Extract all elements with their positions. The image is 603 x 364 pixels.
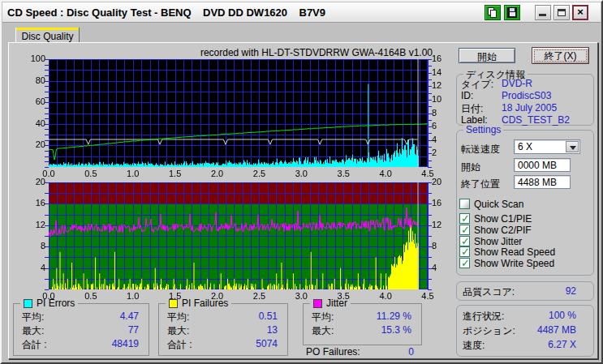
bottom-chart-y-left-label: 20 <box>19 177 45 187</box>
tab-accent-bar <box>16 28 79 30</box>
stop-button[interactable]: 終了(X) <box>532 47 589 64</box>
max-label: 最大: <box>167 324 189 338</box>
po-failures-value: 0 <box>408 346 414 358</box>
tab-label: Disc Quality <box>16 31 79 42</box>
bottom-chart-x-label: 1.0 <box>123 291 143 302</box>
app-window: CD Speed : Disc Quality Test - BENQ DVD … <box>0 0 603 364</box>
max-value: 77 <box>128 324 139 336</box>
top-chart-x-label: 1.5 <box>166 169 185 179</box>
bottom-chart-y-right-label: 16 <box>432 198 451 208</box>
quality-score-label: 品質スコア: <box>463 285 515 299</box>
bottom-chart-y-left-label: 8 <box>19 241 45 251</box>
transfer-speed-label: 転送速度 <box>461 143 500 156</box>
transfer-speed-select[interactable]: 6 X <box>514 139 580 154</box>
total-value: 5074 <box>256 338 278 349</box>
start-button[interactable]: 開始 <box>459 48 515 63</box>
minimize-icon <box>539 14 546 16</box>
checkbox-box: ✓ <box>459 258 470 268</box>
avg-value: 4.47 <box>120 310 139 322</box>
bottom-chart-x-label: 0.0 <box>39 291 58 302</box>
pi-failures-panel: PI Failures 平均:0.51 最大:13 合計 :5074 <box>158 303 288 356</box>
save-icon[interactable] <box>504 5 520 20</box>
avg-value: 0.51 <box>259 310 278 322</box>
top-chart-y-left-label: 60 <box>19 96 45 107</box>
pi-errors-chart-canvas <box>44 54 433 172</box>
disc-type-value: DVD-R <box>502 78 532 89</box>
total-label: 合計 : <box>22 338 47 352</box>
top-chart-y-right-label: 8 <box>432 108 451 118</box>
end-pos-input[interactable]: 4488 MB <box>514 175 571 189</box>
speed-value: 6.27 X <box>548 339 576 350</box>
total-label: 合計 : <box>167 338 192 352</box>
start-pos-label: 開始 <box>461 161 480 174</box>
max-label: 最大: <box>312 324 334 338</box>
position-label: ポジション: <box>463 324 515 338</box>
top-chart-x-label: 1.0 <box>123 169 143 179</box>
top-chart-x-label: 2.0 <box>208 169 227 179</box>
maximize-button[interactable] <box>553 5 570 20</box>
top-chart-y-right-label: 2 <box>432 148 451 158</box>
avg-label: 平均: <box>312 310 334 324</box>
bottom-chart-y-right-label: 20 <box>432 177 451 187</box>
bottom-chart-x-label: 2.5 <box>249 291 269 302</box>
bottom-chart-y-left-label: 16 <box>19 198 45 208</box>
bottom-chart-x-label: 2.0 <box>208 291 227 302</box>
bottom-chart-x-label: 4.0 <box>376 291 395 302</box>
progress-label: 進行状況: <box>463 310 504 323</box>
page-front-icon <box>490 10 497 18</box>
bottom-chart-x-label: 3.5 <box>334 291 353 302</box>
bottom-chart-y-right-label: 12 <box>432 220 451 230</box>
top-chart-y-right-label: 6 <box>432 121 451 131</box>
tab-disc-quality[interactable]: Disc Quality <box>15 28 80 43</box>
max-value: 13 <box>267 324 278 336</box>
pi-errors-panel: PI Errors 平均:4.47 最大:77 合計 :48419 <box>13 303 149 356</box>
top-chart-y-right-label: 4 <box>432 135 451 145</box>
po-failures-label: PO Failures: <box>306 346 360 358</box>
bottom-chart-y-right-label: 8 <box>432 241 451 251</box>
bottom-chart-x-label: 0.5 <box>81 291 101 302</box>
copy-icon[interactable] <box>485 5 501 20</box>
start-pos-input[interactable]: 0000 MB <box>514 158 571 172</box>
transfer-speed-value: 6 X <box>518 141 532 152</box>
progress-value: 100 % <box>549 310 576 321</box>
position-value: 4487 MB <box>537 324 576 336</box>
end-pos-label: 終了位置 <box>461 178 500 191</box>
max-value: 15.3 % <box>381 324 411 336</box>
quality-score-value: 92 <box>566 285 576 297</box>
window-title: CD Speed : Disc Quality Test - BENQ DVD … <box>7 6 325 19</box>
floppy-icon <box>507 7 517 18</box>
bottom-chart-x-label: 3.0 <box>291 291 311 302</box>
top-chart-x-label: 3.0 <box>291 169 311 179</box>
pi-errors-swatch-icon <box>24 299 32 308</box>
top-chart-y-left-label: 100 <box>19 54 45 64</box>
top-chart-y-left-label: 80 <box>19 75 45 86</box>
disc-id-value: ProdiscS03 <box>502 90 551 101</box>
top-chart-y-left-label: 20 <box>19 139 45 150</box>
top-chart-x-label: 3.5 <box>334 169 353 179</box>
jitter-panel: Jitter 平均:11.29 % 最大:15.3 % <box>303 303 422 345</box>
chevron-down-icon[interactable] <box>566 141 579 152</box>
disc-label-value: CDS_TEST_B2 <box>502 114 570 126</box>
max-label: 最大: <box>22 324 44 338</box>
minimize-button[interactable] <box>535 5 551 20</box>
bottom-chart-x-label: 4.5 <box>418 291 437 302</box>
close-button[interactable]: × <box>572 5 588 20</box>
avg-label: 平均: <box>167 310 189 324</box>
top-chart-y-right-label: 14 <box>432 67 451 78</box>
top-chart-y-right-label: 10 <box>432 94 451 105</box>
top-chart-y-left-label: 40 <box>19 118 45 129</box>
bottom-chart-x-label: 1.5 <box>166 291 185 302</box>
jitter-swatch-icon <box>313 299 322 308</box>
title-bar: CD Speed : Disc Quality Test - BENQ DVD … <box>2 2 601 23</box>
disc-id-label: ID: <box>461 90 473 101</box>
top-chart-x-label: 4.0 <box>376 169 395 179</box>
top-chart-x-label: 2.5 <box>249 169 269 179</box>
disc-date-value: 18 July 2005 <box>502 102 557 113</box>
maximize-icon <box>558 9 566 16</box>
speed-label: 速度: <box>463 339 485 353</box>
top-chart-y-right-label: 12 <box>432 80 451 91</box>
top-chart-y-right-label: 16 <box>432 54 451 64</box>
checkbox-box: ✓ <box>459 246 470 257</box>
total-value: 48419 <box>112 338 139 349</box>
bottom-chart-y-left-label: 4 <box>19 263 45 273</box>
